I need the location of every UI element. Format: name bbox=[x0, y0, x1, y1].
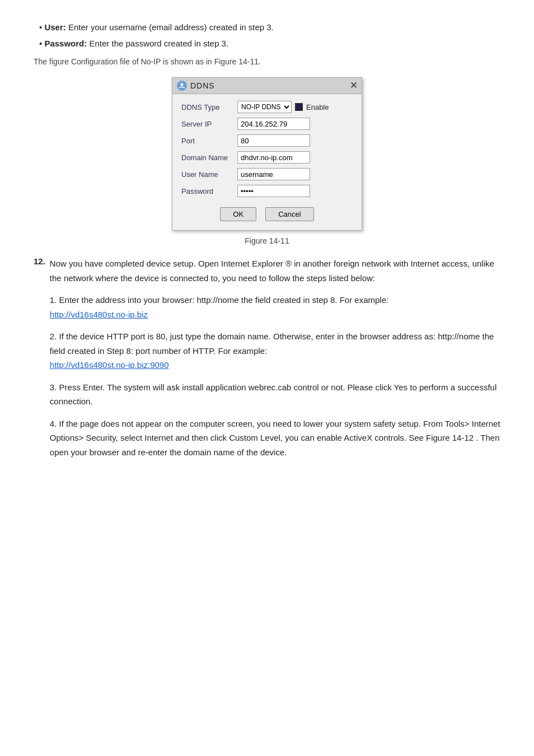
ddns-type-label: DDNS Type bbox=[181, 103, 237, 111]
sub-step-1-number: 1. bbox=[50, 295, 59, 305]
sub-step-4: 4. If the page does not appear on the co… bbox=[50, 417, 500, 460]
close-icon[interactable]: ✕ bbox=[350, 81, 357, 90]
ddns-app-icon bbox=[177, 81, 187, 91]
sub-step-1-text: Enter the address into your browser: htt… bbox=[59, 295, 389, 305]
figure-caption: Figure 14-11 bbox=[34, 236, 500, 245]
sub-step-3-text: Press Enter. The system will ask install… bbox=[50, 382, 496, 407]
password-row: Password bbox=[181, 185, 353, 197]
cancel-button[interactable]: Cancel bbox=[265, 207, 313, 221]
user-name-label: User Name bbox=[181, 170, 237, 179]
user-text: Enter your username (email address) crea… bbox=[66, 22, 274, 32]
user-bold: User: bbox=[44, 22, 65, 32]
sub-step-1: 1. Enter the address into your browser: … bbox=[50, 293, 500, 321]
bullet-password: Password: Enter the password created in … bbox=[34, 39, 500, 48]
server-ip-field bbox=[237, 118, 353, 130]
step12-intro: Now you have completed device setup. Ope… bbox=[50, 256, 500, 285]
port-label: Port bbox=[181, 137, 237, 145]
ddns-title: DDNS bbox=[190, 81, 215, 90]
sub-step-3: 3. Press Enter. The system will ask inst… bbox=[50, 380, 500, 409]
port-input[interactable] bbox=[237, 134, 310, 147]
server-ip-label: Server IP bbox=[181, 120, 237, 128]
svg-point-0 bbox=[181, 83, 184, 86]
sub-step-2-link[interactable]: http://vd16s480st.no-ip.biz:9090 bbox=[50, 360, 169, 370]
ddns-type-field: NO-IP DDNS Enable bbox=[237, 101, 353, 113]
sub-step-3-number: 3. bbox=[50, 382, 59, 392]
step12-block: 12. Now you have completed device setup.… bbox=[34, 256, 500, 467]
sub-step-4-text: If the page does not appear on the compu… bbox=[50, 419, 500, 457]
sub-step-1-link[interactable]: http://vd16s480st.no-ip.biz bbox=[50, 310, 148, 319]
ok-button[interactable]: OK bbox=[220, 207, 256, 221]
password-input[interactable] bbox=[237, 185, 310, 197]
password-label: Password bbox=[181, 187, 237, 195]
ddns-dialog: DDNS ✕ DDNS Type NO-IP DDNS Enable Serve… bbox=[172, 77, 362, 231]
ddns-type-row: DDNS Type NO-IP DDNS Enable bbox=[181, 101, 353, 113]
intro-text: The figure Configuration file of No-IP i… bbox=[34, 57, 500, 66]
user-name-row: User Name bbox=[181, 168, 353, 180]
ddns-buttons: OK Cancel bbox=[181, 207, 353, 221]
ddns-type-select[interactable]: NO-IP DDNS bbox=[237, 101, 292, 113]
password-bold: Password: bbox=[44, 39, 87, 48]
domain-name-field bbox=[237, 151, 353, 164]
port-field bbox=[237, 134, 353, 147]
ddns-titlebar: DDNS ✕ bbox=[172, 78, 362, 94]
step12-number: 12. bbox=[34, 256, 45, 467]
ddns-body: DDNS Type NO-IP DDNS Enable Server IP Po bbox=[172, 94, 362, 230]
dialog-container: DDNS ✕ DDNS Type NO-IP DDNS Enable Serve… bbox=[34, 77, 500, 231]
domain-name-label: Domain Name bbox=[181, 153, 237, 162]
user-name-field bbox=[237, 168, 353, 180]
step12-content: Now you have completed device setup. Ope… bbox=[50, 256, 500, 467]
password-field bbox=[237, 185, 353, 197]
sub-step-2: 2. If the device HTTP port is 80, just t… bbox=[50, 329, 500, 372]
port-row: Port bbox=[181, 134, 353, 147]
domain-name-row: Domain Name bbox=[181, 151, 353, 164]
server-ip-row: Server IP bbox=[181, 118, 353, 130]
user-name-input[interactable] bbox=[237, 168, 310, 180]
enable-checkbox[interactable] bbox=[295, 103, 303, 111]
enable-label: Enable bbox=[306, 103, 329, 111]
sub-step-4-number: 4. bbox=[50, 419, 59, 428]
server-ip-input[interactable] bbox=[237, 118, 310, 130]
bullet-user: User: Enter your username (email address… bbox=[34, 22, 500, 32]
password-text: Enter the password created in step 3. bbox=[87, 39, 228, 48]
sub-step-2-number: 2. bbox=[50, 332, 59, 341]
sub-step-2-text: If the device HTTP port is 80, just type… bbox=[50, 332, 494, 356]
domain-name-input[interactable] bbox=[237, 151, 310, 164]
